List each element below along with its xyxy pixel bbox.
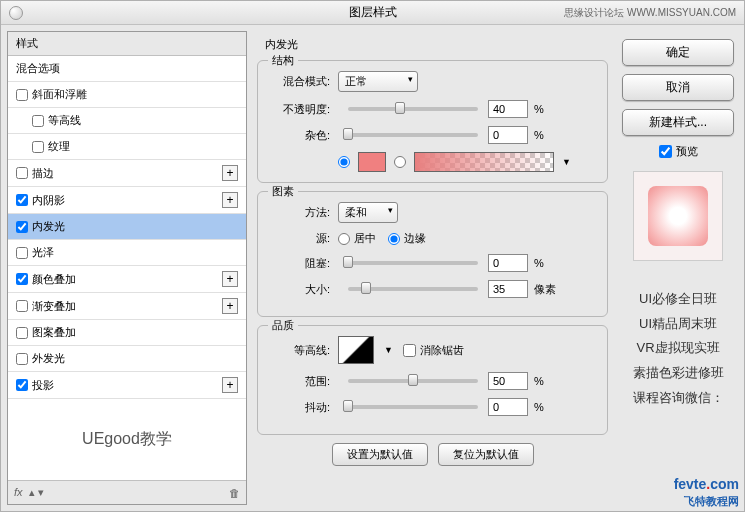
style-label: 图案叠加 — [32, 325, 76, 340]
preview-checkbox[interactable] — [659, 145, 672, 158]
style-label: 外发光 — [32, 351, 65, 366]
preview-checkbox-label[interactable]: 预览 — [622, 144, 734, 159]
up-icon[interactable]: ▴ — [29, 486, 35, 498]
trash-icon[interactable]: 🗑 — [229, 487, 240, 499]
style-checkbox[interactable] — [16, 379, 28, 391]
style-checkbox[interactable] — [16, 247, 28, 259]
style-checkbox[interactable] — [16, 89, 28, 101]
range-label: 范围: — [270, 374, 330, 389]
gradient-radio[interactable] — [394, 156, 406, 168]
style-label: 内发光 — [32, 219, 65, 234]
style-checkbox[interactable] — [16, 327, 28, 339]
ok-button[interactable]: 确定 — [622, 39, 734, 66]
style-label: 纹理 — [48, 139, 70, 154]
choke-slider[interactable] — [348, 261, 478, 265]
add-effect-icon[interactable]: + — [222, 192, 238, 208]
size-input[interactable] — [488, 280, 528, 298]
add-effect-icon[interactable]: + — [222, 298, 238, 314]
uegood-label: UEgood教学 — [8, 399, 246, 480]
style-item[interactable]: 光泽 — [8, 240, 246, 266]
source-center-radio[interactable] — [338, 233, 350, 245]
brand-text: 思缘设计论坛 WWW.MISSYUAN.COM — [564, 6, 736, 20]
style-checkbox[interactable] — [16, 221, 28, 233]
style-item[interactable]: 投影+ — [8, 372, 246, 399]
jitter-label: 抖动: — [270, 400, 330, 415]
size-slider[interactable] — [348, 287, 478, 291]
style-label: 颜色叠加 — [32, 272, 76, 287]
solid-color-radio[interactable] — [338, 156, 350, 168]
source-label: 源: — [270, 231, 330, 246]
range-input[interactable] — [488, 372, 528, 390]
titlebar: 图层样式 思缘设计论坛 WWW.MISSYUAN.COM — [1, 1, 744, 25]
close-icon[interactable] — [9, 6, 23, 20]
style-item[interactable]: 内阴影+ — [8, 187, 246, 214]
styles-panel: 样式 混合选项 斜面和浮雕等高线纹理描边+内阴影+内发光光泽颜色叠加+渐变叠加+… — [7, 31, 247, 505]
elements-title: 图素 — [268, 184, 298, 199]
style-item[interactable]: 纹理 — [8, 134, 246, 160]
style-checkbox[interactable] — [16, 194, 28, 206]
noise-input[interactable] — [488, 126, 528, 144]
cancel-button[interactable]: 取消 — [622, 74, 734, 101]
style-item[interactable]: 渐变叠加+ — [8, 293, 246, 320]
style-label: 渐变叠加 — [32, 299, 76, 314]
fx-icon[interactable]: fx — [14, 486, 23, 498]
style-label: 内阴影 — [32, 193, 65, 208]
style-item[interactable]: 外发光 — [8, 346, 246, 372]
blend-mode-label: 混合模式: — [270, 74, 330, 89]
size-label: 大小: — [270, 282, 330, 297]
style-item[interactable]: 斜面和浮雕 — [8, 82, 246, 108]
source-edge-radio[interactable] — [388, 233, 400, 245]
jitter-slider[interactable] — [348, 405, 478, 409]
style-label: 描边 — [32, 166, 54, 181]
opacity-slider[interactable] — [348, 107, 478, 111]
style-label: 斜面和浮雕 — [32, 87, 87, 102]
down-icon[interactable]: ▾ — [38, 486, 44, 498]
contour-picker[interactable] — [338, 336, 374, 364]
range-slider[interactable] — [348, 379, 478, 383]
style-label: 投影 — [32, 378, 54, 393]
style-checkbox[interactable] — [16, 300, 28, 312]
style-checkbox[interactable] — [16, 353, 28, 365]
jitter-input[interactable] — [488, 398, 528, 416]
add-effect-icon[interactable]: + — [222, 377, 238, 393]
reset-default-button[interactable]: 复位为默认值 — [438, 443, 534, 466]
style-item[interactable]: 颜色叠加+ — [8, 266, 246, 293]
style-checkbox[interactable] — [16, 167, 28, 179]
preview-swatch — [648, 186, 708, 246]
preview-box — [633, 171, 723, 261]
color-swatch[interactable] — [358, 152, 386, 172]
blend-options-item[interactable]: 混合选项 — [8, 56, 246, 82]
opacity-input[interactable] — [488, 100, 528, 118]
style-item[interactable]: 等高线 — [8, 108, 246, 134]
style-label: 光泽 — [32, 245, 54, 260]
technique-select[interactable]: 柔和 — [338, 202, 398, 223]
add-effect-icon[interactable]: + — [222, 165, 238, 181]
add-effect-icon[interactable]: + — [222, 271, 238, 287]
choke-input[interactable] — [488, 254, 528, 272]
style-checkbox[interactable] — [32, 141, 44, 153]
action-panel: 确定 取消 新建样式... 预览 UI必修全日班 UI精品周末班 VR虚拟现实班… — [618, 31, 738, 505]
quality-group: 品质 等高线: ▼ 消除锯齿 范围: % 抖动: — [257, 325, 608, 435]
elements-group: 图素 方法: 柔和 源: 居中 边缘 阻塞: % — [257, 191, 608, 317]
blend-mode-select[interactable]: 正常 — [338, 71, 418, 92]
noise-slider[interactable] — [348, 133, 478, 137]
quality-title: 品质 — [268, 318, 298, 333]
chevron-down-icon[interactable]: ▼ — [562, 157, 571, 167]
set-default-button[interactable]: 设置为默认值 — [332, 443, 428, 466]
style-checkbox[interactable] — [16, 273, 28, 285]
watermark: fevte.com 飞特教程网 — [674, 477, 739, 508]
contour-label: 等高线: — [270, 343, 330, 358]
style-item[interactable]: 描边+ — [8, 160, 246, 187]
gradient-swatch[interactable] — [414, 152, 554, 172]
ad-text: UI必修全日班 UI精品周末班 VR虚拟现实班 素描色彩进修班 课程咨询微信： — [622, 287, 734, 410]
settings-panel: 内发光 结构 混合模式: 正常 不透明度: % 杂色: % — [253, 31, 612, 505]
style-checkbox[interactable] — [32, 115, 44, 127]
structure-group: 结构 混合模式: 正常 不透明度: % 杂色: % — [257, 60, 608, 183]
style-label: 等高线 — [48, 113, 81, 128]
style-item[interactable]: 图案叠加 — [8, 320, 246, 346]
chevron-down-icon[interactable]: ▼ — [384, 345, 393, 355]
noise-label: 杂色: — [270, 128, 330, 143]
style-item[interactable]: 内发光 — [8, 214, 246, 240]
new-style-button[interactable]: 新建样式... — [622, 109, 734, 136]
antialias-checkbox[interactable] — [403, 344, 416, 357]
